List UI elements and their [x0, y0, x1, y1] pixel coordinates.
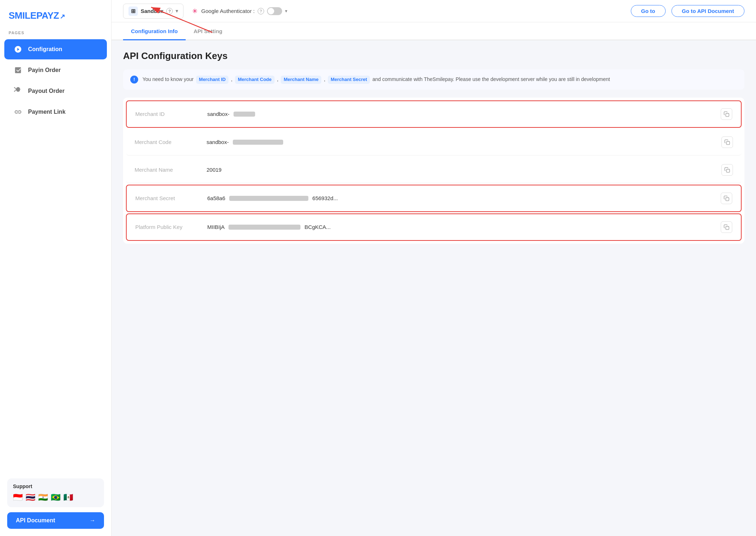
support-title: Support [13, 483, 98, 489]
google-auth-chevron-icon: ▾ [285, 8, 288, 14]
svg-rect-3 [726, 141, 730, 145]
google-auth-label: Google Authenticator : [201, 8, 254, 14]
tab-config-info-label: Configuration Info [131, 28, 178, 34]
svg-rect-5 [726, 198, 729, 201]
topbar: ⊞ Sandbox ? ▾ ✳ Google Authenticator : ?… [112, 0, 756, 22]
flag-id: 🇮🇩 [13, 493, 23, 502]
toggle-knob [268, 8, 274, 14]
sandbox-label: Sandbox [141, 8, 163, 14]
payin-order-icon [13, 65, 23, 75]
merchant-secret-label: Merchant Secret [135, 195, 207, 201]
google-auth-help-icon[interactable]: ? [258, 8, 264, 14]
merchant-code-copy-btn[interactable] [721, 136, 733, 148]
sidebar-bottom: Support 🇮🇩 🇹🇭 🇮🇳 🇧🇷 🇲🇽 API Document → [0, 472, 111, 536]
platform-public-key-row: Platform Public Key MIIBIjA BCgKCA... [126, 213, 742, 241]
info-box: ! You need to know your Merchant ID , Me… [123, 69, 744, 90]
tabs-bar: Configuration Info API Setting [112, 22, 756, 40]
svg-rect-2 [726, 113, 729, 117]
info-text-after: and communicate with TheSmilepay. Please… [372, 76, 610, 82]
flags-row: 🇮🇩 🇹🇭 🇮🇳 🇧🇷 🇲🇽 [13, 493, 98, 502]
sidebar-label-payout-order: Payout Order [28, 88, 64, 94]
api-config-section: API Configuration Keys ! You need to kno… [112, 40, 756, 254]
merchant-code-label: Merchant Code [135, 139, 207, 145]
pages-label: PAGES [0, 28, 111, 39]
main-content: ⊞ Sandbox ? ▾ ✳ Google Authenticator : ?… [112, 0, 756, 536]
merchant-name-copy-btn[interactable] [721, 164, 733, 176]
google-auth-section: ✳ Google Authenticator : ? ▾ [192, 7, 287, 15]
flag-th: 🇹🇭 [26, 493, 35, 502]
tab-api-setting[interactable]: API Setting [186, 22, 230, 40]
badge-merchant-secret: Merchant Secret [328, 76, 370, 84]
api-document-button[interactable]: API Document → [7, 512, 104, 529]
tab-api-setting-label: API Setting [194, 28, 222, 34]
merchant-name-label: Merchant Name [135, 167, 207, 173]
merchant-name-row: Merchant Name 20019 [126, 157, 742, 183]
support-box: Support 🇮🇩 🇹🇭 🇮🇳 🇧🇷 🇲🇽 [7, 478, 104, 507]
badge-merchant-code: Merchant Code [235, 76, 275, 84]
merchant-code-blur [233, 140, 283, 145]
merchant-secret-copy-btn[interactable] [721, 193, 732, 204]
page-content: Configuration Info API Setting API Confi… [112, 22, 756, 536]
logo-text: SMILEPAYZ↗ [9, 10, 65, 21]
google-auth-toggle[interactable] [267, 7, 282, 15]
badge-merchant-name: Merchant Name [281, 76, 321, 84]
logo-arrow: ↗ [60, 13, 65, 20]
platform-public-key-copy-btn[interactable] [721, 221, 732, 233]
sidebar-label-configuration: Configration [28, 46, 62, 53]
merchant-secret-prefix: 6a58a6 [207, 195, 225, 201]
arrow-right-icon: → [90, 517, 95, 524]
sandbox-button[interactable]: ⊞ Sandbox ? ▾ [123, 4, 184, 19]
merchant-name-value: 20019 [207, 167, 721, 173]
topbar-right: Go to Go to API Document [631, 5, 744, 17]
merchant-secret-row: Merchant Secret 6a58a6 656932d... [126, 185, 742, 212]
sidebar: SMILEPAYZ↗ PAGES Configration Payin Orde… [0, 0, 112, 536]
merchant-code-value: sandbox- [207, 139, 721, 145]
payment-link-icon [13, 107, 23, 117]
flag-mx: 🇲🇽 [63, 493, 73, 502]
merchant-code-prefix: sandbox- [207, 139, 229, 145]
svg-rect-4 [726, 169, 730, 172]
tab-configuration-info[interactable]: Configuration Info [123, 22, 186, 40]
platform-key-blur [228, 225, 300, 230]
api-doc-label: API Document [16, 517, 55, 524]
merchant-id-prefix: sandbox- [207, 111, 230, 117]
sandbox-help-icon[interactable]: ? [166, 8, 173, 14]
sidebar-item-configuration[interactable]: Configration [4, 39, 107, 59]
platform-public-key-value: MIIBIjA BCgKCA... [207, 224, 721, 230]
payout-order-icon [13, 86, 23, 96]
sidebar-label-payment-link: Payment Link [28, 109, 65, 115]
merchant-secret-blur [229, 196, 308, 201]
info-text-before: You need to know your [142, 76, 194, 82]
config-card: Merchant ID sandbox- Merchant Code sandb… [123, 98, 744, 244]
merchant-secret-suffix: 656932d... [312, 195, 338, 201]
goto-button[interactable]: Go to [631, 5, 666, 17]
goto-api-button[interactable]: Go to API Document [671, 5, 744, 17]
merchant-id-row: Merchant ID sandbox- [126, 100, 742, 128]
svg-rect-6 [726, 226, 729, 230]
logo-area: SMILEPAYZ↗ [0, 0, 111, 28]
sandbox-chevron-icon: ▾ [176, 8, 178, 14]
sidebar-item-payin-order[interactable]: Payin Order [4, 60, 107, 80]
sidebar-item-payout-order[interactable]: Payout Order [4, 81, 107, 101]
merchant-code-row: Merchant Code sandbox- [126, 129, 742, 156]
configuration-icon [13, 44, 23, 54]
merchant-secret-value: 6a58a6 656932d... [207, 195, 721, 201]
platform-public-key-label: Platform Public Key [135, 224, 207, 230]
badge-merchant-id: Merchant ID [196, 76, 228, 84]
google-star-icon: ✳ [192, 7, 198, 15]
merchant-id-copy-btn[interactable] [721, 108, 732, 120]
platform-key-prefix: MIIBIjA [207, 224, 225, 230]
merchant-id-label: Merchant ID [135, 111, 207, 117]
sidebar-item-payment-link[interactable]: Payment Link [4, 102, 107, 122]
flag-br: 🇧🇷 [51, 493, 60, 502]
merchant-id-blur [234, 112, 255, 117]
sidebar-nav: Configration Payin Order Payout Order Pa… [0, 39, 111, 123]
logo-blue: PAYZ [36, 10, 59, 21]
merchant-name-text: 20019 [207, 167, 222, 173]
platform-key-suffix: BCgKCA... [304, 224, 331, 230]
sandbox-icon: ⊞ [128, 6, 138, 16]
merchant-id-value: sandbox- [207, 111, 721, 117]
info-text: You need to know your Merchant ID , Merc… [142, 75, 610, 84]
info-icon: ! [130, 76, 138, 84]
sidebar-label-payin-order: Payin Order [28, 67, 61, 73]
